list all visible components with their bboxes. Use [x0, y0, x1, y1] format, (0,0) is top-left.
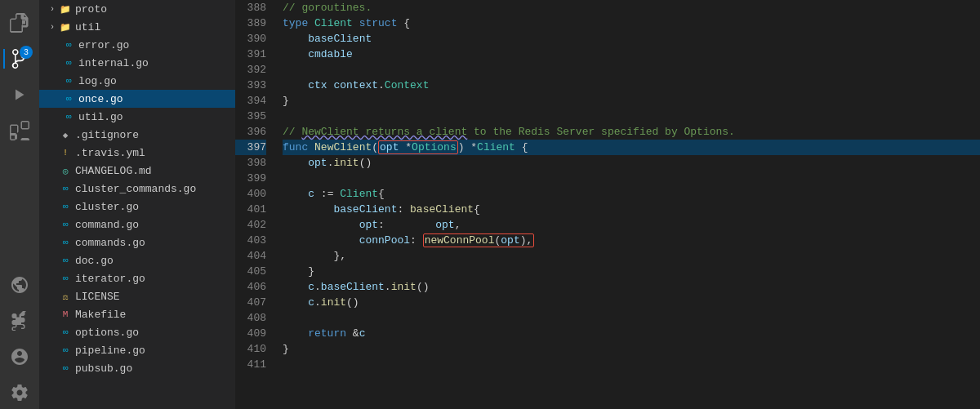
go-file-icon: ∞	[59, 362, 72, 375]
spacer	[46, 182, 59, 195]
docker-activity-icon[interactable]	[3, 305, 36, 337]
chevron-right-icon: ›	[46, 2, 59, 16]
remote-activity-icon[interactable]	[3, 269, 36, 301]
code-line-388: // goroutines.	[283, 0, 980, 16]
activity-bar: 3	[0, 0, 39, 409]
code-line-411	[283, 357, 980, 372]
file-label: pubsub.go	[75, 362, 132, 375]
file-label: LICENSE	[75, 291, 120, 303]
file-item-iterator-go[interactable]: ∞ iterator.go	[39, 269, 235, 287]
file-label: cluster_commands.go	[75, 183, 196, 195]
file-item-gitignore[interactable]: ◆ .gitignore	[39, 126, 235, 144]
file-label: cluster.go	[75, 201, 139, 213]
changelog-file-icon: ◎	[59, 164, 72, 177]
code-line-404: },	[283, 248, 980, 264]
code-line-406: c.baseClient.init()	[283, 279, 980, 295]
code-line-397: func NewClient(opt *Options) *Client {	[283, 140, 980, 155]
spacer	[46, 326, 59, 339]
file-label: internal.go	[78, 57, 149, 69]
file-item-license[interactable]: ⚖ LICENSE	[39, 287, 235, 305]
file-item-changelog-md[interactable]: ◎ CHANGELOG.md	[39, 162, 235, 180]
go-file-icon: ∞	[59, 182, 72, 195]
file-label: CHANGELOG.md	[75, 165, 152, 177]
source-control-badge: 3	[20, 46, 33, 59]
file-item-cluster-commands-go[interactable]: ∞ cluster_commands.go	[39, 180, 235, 198]
file-label: doc.go	[75, 255, 114, 267]
file-item-cluster-go[interactable]: ∞ cluster.go	[39, 198, 235, 216]
go-file-icon: ∞	[59, 218, 72, 231]
source-control-activity-icon[interactable]: 3	[3, 42, 36, 75]
file-item-log-go[interactable]: ∞ log.go	[39, 72, 235, 90]
file-item-travis-yml[interactable]: ! .travis.yml	[39, 144, 235, 162]
license-file-icon: ⚖	[59, 290, 72, 303]
spacer	[46, 200, 59, 213]
code-line-396: // NewClient returns a client to the Red…	[283, 124, 980, 140]
file-item-makefile[interactable]: M Makefile	[39, 305, 235, 323]
file-item-doc-go[interactable]: ∞ doc.go	[39, 251, 235, 269]
go-file-icon: ∞	[59, 200, 72, 213]
go-file-icon: ∞	[59, 236, 72, 249]
go-file-icon: ∞	[59, 272, 72, 285]
chevron-right-icon: ›	[46, 20, 59, 33]
code-line-393: ctx context.Context	[283, 78, 980, 93]
file-item-util[interactable]: › 📁 util	[39, 18, 235, 36]
code-line-410: }	[283, 341, 980, 357]
code-line-409: return &c	[283, 326, 980, 341]
file-item-commands-go[interactable]: ∞ commands.go	[39, 233, 235, 251]
file-item-options-go[interactable]: ∞ options.go	[39, 323, 235, 341]
file-label: pipeline.go	[75, 345, 145, 357]
file-label: commands.go	[75, 237, 145, 249]
file-label: util	[75, 21, 100, 33]
gitignore-file-icon: ◆	[59, 128, 72, 141]
run-activity-icon[interactable]	[3, 78, 36, 111]
spacer	[46, 362, 59, 375]
file-item-once-go[interactable]: ∞ once.go	[39, 90, 235, 108]
file-item-command-go[interactable]: ∞ command.go	[39, 216, 235, 233]
code-area: 388 389 390 391 392 393 394 395 396 397 …	[235, 0, 980, 409]
file-label: iterator.go	[75, 273, 145, 285]
file-item-util-go[interactable]: ∞ util.go	[39, 108, 235, 126]
settings-activity-icon[interactable]	[3, 376, 36, 409]
file-label: log.go	[78, 75, 117, 87]
line-numbers: 388 389 390 391 392 393 394 395 396 397 …	[235, 0, 276, 409]
spacer	[46, 164, 59, 177]
spacer	[46, 254, 59, 267]
file-label: .gitignore	[75, 129, 139, 141]
file-item-proto[interactable]: › 📁 proto	[39, 0, 235, 18]
makefile-file-icon: M	[59, 308, 72, 321]
editor: 388 389 390 391 392 393 394 395 396 397 …	[235, 0, 980, 409]
go-file-icon: ∞	[62, 56, 75, 69]
file-label: Makefile	[75, 309, 126, 321]
code-line-394: }	[283, 93, 980, 109]
file-item-pipeline-go[interactable]: ∞ pipeline.go	[39, 341, 235, 359]
file-item-pubsub-go[interactable]: ∞ pubsub.go	[39, 359, 235, 377]
go-file-icon: ∞	[59, 326, 72, 339]
go-file-icon: ∞	[62, 74, 75, 87]
spacer	[46, 308, 59, 321]
go-file-icon: ∞	[62, 110, 75, 123]
account-activity-icon[interactable]	[3, 340, 36, 373]
spacer	[46, 236, 59, 249]
spacer	[46, 272, 59, 285]
spacer	[46, 128, 59, 141]
go-file-icon: ∞	[59, 254, 72, 267]
extensions-activity-icon[interactable]	[3, 114, 36, 147]
code-line-399	[283, 171, 980, 186]
file-label: proto	[75, 3, 107, 16]
spacer	[46, 146, 59, 159]
code-line-390: baseClient	[283, 31, 980, 47]
file-item-internal-go[interactable]: ∞ internal.go	[39, 54, 235, 72]
code-line-401: baseClient: baseClient{	[283, 202, 980, 217]
files-activity-icon[interactable]	[3, 7, 36, 39]
code-line-402: opt: opt,	[283, 217, 980, 233]
file-label: error.go	[78, 39, 129, 51]
file-item-error-go[interactable]: ∞ error.go	[39, 36, 235, 54]
code-line-389: type Client struct {	[283, 16, 980, 31]
code-line-405: }	[283, 264, 980, 279]
go-file-icon: ∞	[59, 344, 72, 357]
travis-file-icon: !	[59, 146, 72, 159]
code-content[interactable]: // goroutines. type Client struct { base…	[276, 0, 980, 409]
sidebar: › 📁 proto › 📁 util ∞ error.go ∞ internal…	[39, 0, 235, 409]
file-label: command.go	[75, 219, 139, 231]
spacer	[46, 290, 59, 303]
